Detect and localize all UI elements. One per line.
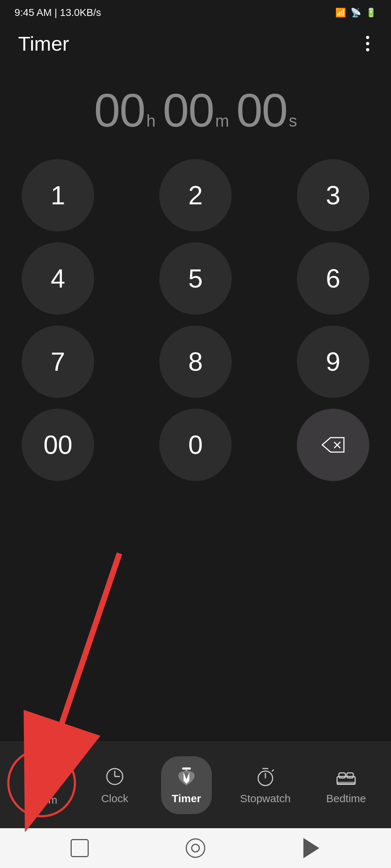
recents-icon [71,839,89,857]
seconds-label: s [289,111,297,131]
key-6[interactable]: 6 [297,242,369,315]
nav-item-clock[interactable]: Clock [89,756,140,814]
nav-item-timer[interactable]: Timer [161,756,212,814]
clock-icon [104,766,126,789]
nav-item-alarm[interactable]: Alarm [18,756,68,814]
key-9[interactable]: 9 [297,326,369,398]
svg-rect-12 [182,767,191,770]
home-inner-circle [191,844,200,852]
key-8[interactable]: 8 [159,326,232,398]
wifi-icon: 📡 [350,8,361,18]
key-1[interactable]: 1 [22,159,94,231]
minutes-unit: 00 m [163,83,229,137]
top-bar: Timer [0,25,391,61]
stopwatch-icon [255,766,276,789]
back-button[interactable] [299,835,324,861]
status-icons: 📶 📡 🔋 [335,8,377,18]
app-title: Timer [18,32,69,55]
keypad-row-1: 1 2 3 [0,159,391,231]
timer-icon [176,766,197,789]
key-3[interactable]: 3 [297,159,369,231]
nav-label-bedtime: Bedtime [326,792,366,805]
svg-line-8 [49,766,52,769]
key-7[interactable]: 7 [22,326,94,398]
nav-item-stopwatch[interactable]: Stopwatch [233,756,298,814]
recents-button[interactable] [67,835,92,861]
svg-rect-22 [347,773,353,778]
nav-label-stopwatch: Stopwatch [240,792,291,805]
svg-line-7 [34,766,37,769]
svg-rect-21 [339,773,345,778]
backspace-icon [320,436,346,454]
keypad-row-2: 4 5 6 [0,242,391,315]
back-icon [303,838,319,858]
nav-item-bedtime[interactable]: Bedtime [319,756,373,814]
more-options-button[interactable] [362,32,373,55]
status-time: 9:45 AM | 13.0KB/s [14,7,101,18]
dot2 [366,42,369,45]
key-00[interactable]: 00 [22,409,94,481]
home-icon [186,838,205,858]
nav-label-alarm: Alarm [29,794,57,806]
keypad-row-3: 7 8 9 [0,326,391,398]
key-0[interactable]: 0 [159,409,232,481]
hours-value: 00 [94,83,145,137]
bottom-nav: Alarm Clock Timer [0,741,391,828]
hours-label: h [146,111,156,131]
dot1 [366,36,369,39]
status-bar: 9:45 AM | 13.0KB/s 📶 📡 🔋 [0,0,391,25]
key-4[interactable]: 4 [22,242,94,315]
minutes-label: m [215,111,229,131]
home-button[interactable] [183,835,208,861]
bedtime-icon [335,766,357,789]
hours-unit: 00 h [94,83,156,137]
alarm-icon [32,764,54,790]
nav-label-clock: Clock [101,792,128,805]
keypad-row-4: 00 0 [0,409,391,481]
seconds-value: 00 [236,83,287,137]
key-5[interactable]: 5 [159,242,232,315]
key-backspace[interactable] [297,409,369,481]
seconds-unit: 00 s [236,83,297,137]
key-2[interactable]: 2 [159,159,232,231]
svg-line-18 [272,770,274,771]
home-bar [0,828,391,868]
timer-display: 00 h 00 m 00 s [0,61,391,152]
battery-icon: 🔋 [366,8,377,18]
dot3 [366,48,369,51]
signal-icon: 📶 [335,8,346,18]
minutes-value: 00 [163,83,214,137]
nav-label-timer: Timer [172,792,201,805]
